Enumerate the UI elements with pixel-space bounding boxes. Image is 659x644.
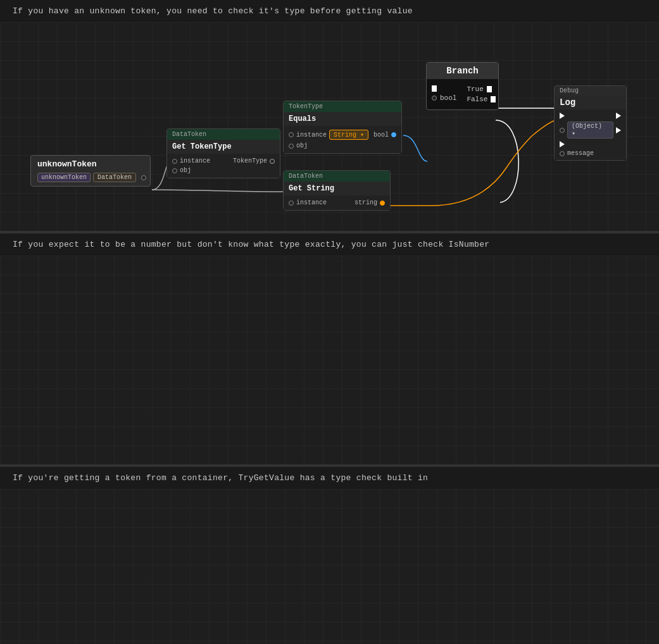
debug-log-node-1: Debug Log (Object) ▾ message [554, 85, 627, 161]
debug-ports-1: (Object) ▾ message [555, 109, 626, 160]
connectors-3 [0, 489, 659, 644]
section-1: If you have an unknown token, you need t… [0, 0, 659, 231]
port-bool-out [391, 132, 396, 137]
port-instance-label: instance [180, 158, 210, 164]
branch-true: True [467, 84, 496, 94]
equals-ports: instance String ▾ bool obj [284, 126, 401, 153]
branch-node-1: Branch bool True [426, 62, 499, 110]
branch-left-1: bool [427, 82, 461, 106]
get-tokentype-ports: instance TokenType obj [167, 154, 280, 178]
debug-message-row: message [555, 149, 626, 158]
port-bool-label: bool [373, 132, 389, 139]
section-2-title: If you expect it to be a number but don'… [0, 233, 659, 256]
debug-exec-in [560, 113, 565, 119]
port-gs-label: instance [296, 199, 327, 206]
var-port-row-1: unknownToken DataToken [37, 173, 144, 182]
debug-obj-in [560, 128, 565, 133]
port-eq-obj: obj [284, 141, 401, 151]
debug-obj-pill[interactable]: (Object) ▾ [567, 121, 613, 139]
branch-false: False [467, 94, 496, 104]
get-string-title: Get String [284, 182, 390, 195]
branch-bool-in: bool [432, 93, 456, 103]
branch-bool-label: bool [440, 94, 456, 102]
port-eq-in [289, 132, 294, 137]
branch-true-label: True [467, 85, 483, 93]
get-string-node: DataToken Get String instance string [283, 170, 391, 211]
port-gs-in [289, 201, 294, 206]
dt-pill-1[interactable]: DataToken [93, 173, 136, 182]
port-instance-row: instance TokenType [167, 156, 280, 166]
port-tokentype-out [270, 159, 275, 164]
equals-node: TokenType Equals instance String ▾ bool … [283, 101, 402, 154]
canvas-2: unknownToken unknownToken DataToken Data… [0, 256, 659, 464]
get-tokentype-node: DataToken Get TokenType instance TokenTy… [166, 128, 280, 178]
get-tokentype-header: DataToken [167, 129, 280, 140]
get-string-header: DataToken [284, 171, 390, 182]
equals-title: Equals [284, 112, 401, 126]
port-obj-label: obj [180, 167, 191, 174]
port-instance-in [172, 159, 177, 164]
get-string-ports: instance string [284, 195, 390, 210]
connectors-2 [0, 256, 659, 464]
section-1-title: If you have an unknown token, you need t… [0, 0, 659, 22]
debug-header-1: Debug [555, 86, 626, 96]
var-pill-1[interactable]: unknownToken [37, 173, 91, 182]
debug-exec-in2 [560, 141, 565, 147]
canvas-1: unknownToken unknownToken DataToken Data… [0, 22, 659, 231]
port-obj-row: obj [167, 166, 280, 175]
port-string-out [380, 201, 385, 206]
port-eq-label: instance [296, 132, 327, 139]
branch-false-label: False [467, 96, 487, 103]
debug-exec-row2 [555, 140, 626, 149]
debug-msg-in [560, 151, 565, 156]
port-string-label: string [355, 199, 377, 206]
debug-msg-label: message [567, 150, 594, 157]
branch-body-1: bool True False [427, 79, 498, 109]
debug-exec-out [616, 113, 621, 119]
debug-object-row: (Object) ▾ [555, 120, 626, 140]
debug-exec-row [555, 111, 626, 120]
section-2: If you expect it to be a number but don'… [0, 233, 659, 464]
exec-in-icon [432, 85, 437, 92]
port-eq-obj-in [289, 144, 294, 149]
true-icon [487, 86, 492, 92]
port-eq-instance: instance String ▾ bool [284, 128, 401, 141]
branch-exec-in [432, 84, 456, 93]
get-tokentype-title: Get TokenType [167, 140, 280, 154]
equals-header: TokenType [284, 101, 401, 112]
section-3-title: If you're getting a token from a contain… [0, 467, 659, 489]
branch-header-1: Branch [427, 63, 498, 79]
section-3: If you're getting a token from a contain… [0, 467, 659, 644]
var-title-1: unknownToken [37, 159, 144, 169]
debug-exec-out2 [616, 127, 621, 133]
port-gs-instance: instance string [284, 198, 390, 207]
port-tokentype-label: TokenType [233, 158, 267, 164]
canvas-3: dataDictionary dataDictionary DataDictio… [0, 489, 659, 644]
string-pill[interactable]: String ▾ [329, 130, 368, 140]
port-out-1 [141, 175, 146, 180]
false-icon [491, 96, 496, 102]
bool-in-dot [432, 96, 437, 101]
port-eq-obj-label: obj [296, 142, 308, 149]
variable-node-1: unknownToken unknownToken DataToken [30, 155, 151, 187]
port-obj-in [172, 168, 177, 173]
debug-title-1: Log [555, 96, 626, 109]
branch-right-1: True False [461, 82, 501, 106]
